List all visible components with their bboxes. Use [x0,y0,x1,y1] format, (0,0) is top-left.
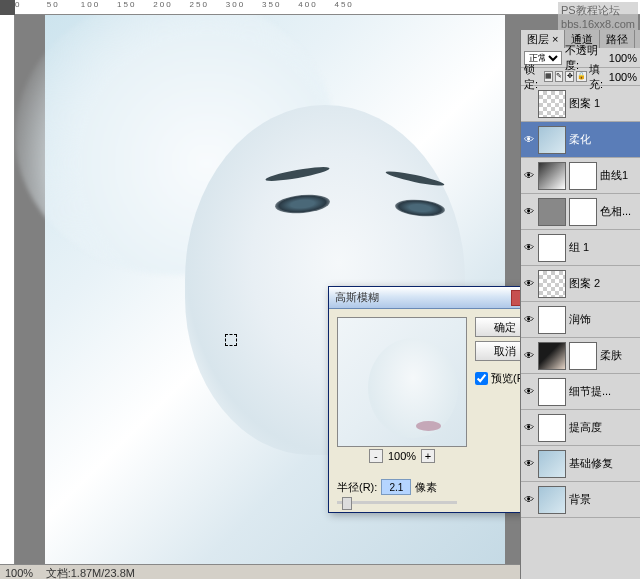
lock-label: 锁定: [524,62,542,92]
layer-name[interactable]: 图案 1 [569,96,638,111]
layer-mask-thumbnail[interactable] [569,198,597,226]
ruler-horizontal [15,0,640,15]
layer-name[interactable]: 色相... [600,204,638,219]
lock-position-icon[interactable]: ✥ [565,71,573,82]
layer-row[interactable]: 👁柔化 [521,122,640,158]
watermark-text: PS教程论坛 [561,3,635,18]
layer-name[interactable]: 柔肤 [600,348,638,363]
layer-row[interactable]: 👁基础修复 [521,446,640,482]
radius-unit: 像素 [415,480,437,495]
tab-layers[interactable]: 图层 × [521,30,565,48]
visibility-icon[interactable] [523,98,535,110]
layer-name[interactable]: 图案 2 [569,276,638,291]
fill-label: 填充: [589,62,607,92]
gaussian-blur-dialog: 高斯模糊 ✕ - 100% + 确定 取消 预览(P) 半径(R): 像素 [328,286,546,513]
visibility-icon[interactable]: 👁 [523,350,535,362]
layer-name[interactable]: 组 1 [569,240,638,255]
layer-row[interactable]: 👁曲线1 [521,158,640,194]
visibility-icon[interactable]: 👁 [523,242,535,254]
layer-name[interactable]: 润饰 [569,312,638,327]
layer-thumbnail[interactable] [538,414,566,442]
watermark: PS教程论坛 bbs.16xx8.com [558,2,638,31]
lock-pixels-icon[interactable]: ✎ [555,71,563,82]
preview-image [368,338,458,438]
layer-row[interactable]: 👁图案 2 [521,266,640,302]
layer-name[interactable]: 曲线1 [600,168,638,183]
layer-row[interactable]: 👁组 1 [521,230,640,266]
dialog-title: 高斯模糊 [335,290,379,305]
zoom-level[interactable]: 100% [5,567,33,579]
layer-thumbnail[interactable] [538,486,566,514]
selection-marquee[interactable] [225,334,237,346]
visibility-icon[interactable]: 👁 [523,170,535,182]
layer-mask-thumbnail[interactable] [569,162,597,190]
layer-name[interactable]: 基础修复 [569,456,638,471]
preview-image [416,421,441,431]
layer-name[interactable]: 柔化 [569,132,638,147]
layers-panel: 图层 × 通道 路径 正常 不透明度: 100% 锁定: ▦ ✎ ✥ 🔒 填充:… [520,30,640,579]
dialog-titlebar[interactable]: 高斯模糊 ✕ [329,287,545,309]
opacity-value[interactable]: 100% [609,52,637,64]
layer-thumbnail[interactable] [538,270,566,298]
layer-thumbnail[interactable] [538,450,566,478]
layer-thumbnail[interactable] [538,90,566,118]
layer-row[interactable]: 👁柔肤 [521,338,640,374]
fill-value[interactable]: 100% [609,71,637,83]
layer-thumbnail[interactable] [538,198,566,226]
layer-name[interactable]: 背景 [569,492,638,507]
visibility-icon[interactable]: 👁 [523,314,535,326]
visibility-icon[interactable]: 👁 [523,458,535,470]
zoom-out-button[interactable]: - [369,449,383,463]
visibility-icon[interactable]: 👁 [523,386,535,398]
layer-thumbnail[interactable] [538,378,566,406]
radius-slider[interactable] [337,501,457,504]
layer-thumbnail[interactable] [538,126,566,154]
watermark-text: bbs.16xx8.com [561,18,635,30]
layer-name[interactable]: 提高度 [569,420,638,435]
visibility-icon[interactable]: 👁 [523,206,535,218]
layer-name[interactable]: 细节提... [569,384,638,399]
zoom-value: 100% [388,450,416,462]
layer-row[interactable]: 👁色相... [521,194,640,230]
layer-row[interactable]: 👁润饰 [521,302,640,338]
preview-checkbox[interactable] [475,372,488,385]
layer-row[interactable]: 图案 1 [521,86,640,122]
visibility-icon[interactable]: 👁 [523,278,535,290]
layer-row[interactable]: 👁细节提... [521,374,640,410]
visibility-icon[interactable]: 👁 [523,494,535,506]
layer-mask-thumbnail[interactable] [538,306,566,334]
layer-list: 图案 1👁柔化👁曲线1👁色相...👁组 1👁图案 2👁润饰👁柔肤👁细节提...👁… [521,86,640,518]
visibility-icon[interactable]: 👁 [523,422,535,434]
ruler-vertical [0,15,15,564]
layer-thumbnail[interactable] [538,234,566,262]
zoom-in-button[interactable]: + [421,449,435,463]
layer-thumbnail[interactable] [538,342,566,370]
layer-row[interactable]: 👁背景 [521,482,640,518]
layer-thumbnail[interactable] [538,162,566,190]
lock-all-icon[interactable]: 🔒 [576,71,587,82]
preview-box[interactable] [337,317,467,447]
radius-input[interactable] [381,479,411,495]
lock-transparency-icon[interactable]: ▦ [544,71,553,82]
doc-size: 文档:1.87M/23.8M [46,567,135,579]
layer-row[interactable]: 👁提高度 [521,410,640,446]
radius-label: 半径(R): [337,480,377,495]
layer-mask-thumbnail[interactable] [569,342,597,370]
visibility-icon[interactable]: 👁 [523,134,535,146]
